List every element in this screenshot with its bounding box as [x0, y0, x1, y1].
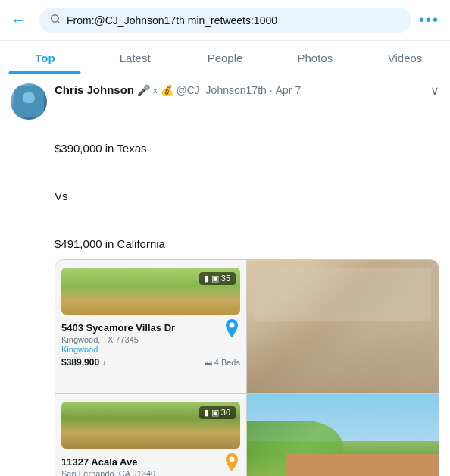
tab-videos[interactable]: Videos — [360, 41, 450, 74]
property-ca-address: San Fernando, CA 91340 — [61, 469, 223, 476]
property-ca-lawn-image: ▮▣ 30 — [61, 402, 240, 449]
tweet-user-line: Chris Johnson 🎤 x 💰 @CJ_Johnson17th · Ap… — [55, 83, 423, 96]
map-pin-ca-icon — [223, 453, 240, 474]
svg-line-1 — [58, 21, 60, 23]
tweet-line1: $390,000 in Texas — [55, 142, 147, 155]
tweet-header: Chris Johnson 🎤 x 💰 @CJ_Johnson17th · Ap… — [11, 83, 439, 120]
photo-count-badge-tx: ▮▣ 35 — [199, 272, 236, 285]
user-handle: @CJ_Johnson17th — [177, 84, 267, 96]
tabs-bar: Top Latest People Photos Videos — [0, 41, 450, 74]
tweet-date: Apr 7 — [276, 84, 301, 96]
avatar — [11, 83, 47, 120]
svg-rect-5 — [14, 103, 44, 117]
property-card-ca: ▮▣ 30 11327 Acala Ave San Fernando, CA 9… — [55, 394, 247, 476]
tweet-line3: $491,000 in California — [55, 237, 165, 250]
avatar-image — [11, 83, 47, 120]
svg-point-0 — [52, 15, 58, 22]
tweet-card: Chris Johnson 🎤 x 💰 @CJ_Johnson17th · Ap… — [0, 74, 450, 476]
search-query-text: From:@CJ_Johnson17th min_retweets:1000 — [67, 14, 277, 27]
tab-top[interactable]: Top — [0, 41, 90, 74]
svg-point-7 — [230, 457, 235, 462]
badge-mic: 🎤 — [137, 84, 150, 96]
property-tx-price: $389,900 ↓ — [61, 357, 106, 368]
tab-photos[interactable]: Photos — [270, 41, 360, 74]
tweet-text: $390,000 in Texas Vs $491,000 in Califor… — [55, 124, 439, 252]
map-pin-tx-icon — [223, 319, 240, 340]
property-cards-grid: ▮▣ 35 5403 Sycamore Villas Dr Kingwood, … — [55, 259, 439, 476]
tweet-meta: Chris Johnson 🎤 x 💰 @CJ_Johnson17th · Ap… — [55, 83, 423, 96]
svg-point-3 — [23, 92, 35, 104]
tab-people[interactable]: People — [180, 41, 270, 74]
property-ca-exterior-photo — [247, 394, 439, 476]
property-tx-neighborhood: Kingwood — [61, 345, 223, 354]
collapse-button[interactable]: ∨ — [430, 83, 439, 98]
property-card-tx: ▮▣ 35 5403 Sycamore Villas Dr Kingwood, … — [55, 260, 247, 394]
search-bar[interactable]: From:@CJ_Johnson17th min_retweets:1000 — [39, 8, 411, 33]
back-button[interactable]: ← — [11, 11, 32, 29]
photo-count-badge-ca: ▮▣ 30 — [199, 406, 236, 419]
tweet-line2: Vs — [55, 189, 68, 202]
header: ← From:@CJ_Johnson17th min_retweets:1000… — [0, 0, 450, 41]
tab-latest[interactable]: Latest — [90, 41, 180, 74]
property-tx-title: 5403 Sycamore Villas Dr — [61, 322, 223, 334]
property-ca-title: 11327 Acala Ave — [61, 456, 223, 468]
property-tx-lawn-image: ▮▣ 35 — [61, 268, 240, 315]
separator-dot: · — [270, 84, 273, 96]
badge-x: x — [153, 86, 158, 95]
badge-money: 💰 — [161, 84, 173, 96]
property-tx-interior-photo — [247, 260, 439, 394]
property-tx-address: Kingwood, TX 77345 — [61, 335, 223, 344]
svg-point-6 — [230, 323, 235, 328]
more-options-button[interactable]: ••• — [419, 11, 439, 29]
search-icon — [50, 14, 61, 27]
user-display-name: Chris Johnson — [55, 83, 134, 96]
property-tx-beds: 🛏 4 Beds — [204, 358, 240, 367]
tweet-body: $390,000 in Texas Vs $491,000 in Califor… — [55, 124, 439, 476]
